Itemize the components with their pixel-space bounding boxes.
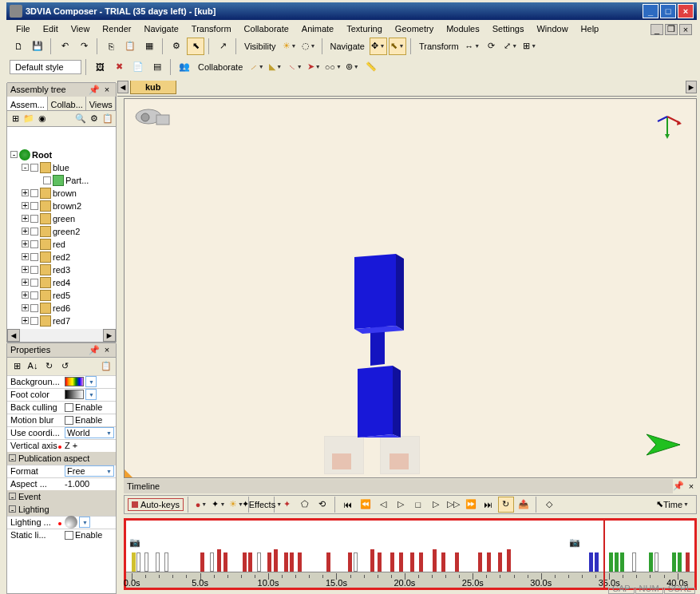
menu-modules[interactable]: Modules xyxy=(440,21,486,35)
wand-button[interactable]: ⟋▼ xyxy=(247,58,265,76)
keyframe-marker[interactable] xyxy=(410,552,414,572)
prev-key-button[interactable]: ⏪ xyxy=(358,497,374,513)
next-key-button[interactable]: ⏩ xyxy=(463,497,479,513)
loop-button[interactable]: ↻ xyxy=(498,497,514,513)
tree-item-red3[interactable]: +red3 xyxy=(7,263,116,276)
checkbox[interactable] xyxy=(65,403,73,412)
expand-icon[interactable]: - xyxy=(22,164,29,172)
key-record-button[interactable]: ●▼ xyxy=(193,497,209,513)
prop-row[interactable]: Motion blur Enable xyxy=(7,414,116,426)
combo[interactable]: World▼ xyxy=(65,428,114,439)
style-combo[interactable]: Default style xyxy=(15,62,64,72)
checkbox[interactable] xyxy=(30,279,38,287)
measure-button[interactable]: 📏 xyxy=(362,58,380,76)
keyframe-marker[interactable] xyxy=(609,552,613,572)
3d-viewport[interactable] xyxy=(124,98,697,478)
dropdown-icon[interactable]: ▼ xyxy=(85,377,97,388)
checkbox[interactable] xyxy=(30,240,38,248)
effects-button[interactable]: ✦ Effects ▼ xyxy=(254,497,270,513)
panel-pin-button[interactable]: 📌 xyxy=(89,85,100,96)
keyframe-marker[interactable] xyxy=(390,552,394,572)
playhead[interactable] xyxy=(603,521,605,588)
checkbox[interactable] xyxy=(30,189,38,197)
keyframe-marker[interactable] xyxy=(156,552,160,572)
tree-tool-1[interactable]: ⊞ xyxy=(9,113,22,125)
redo-button[interactable]: ↷ xyxy=(75,38,93,55)
checkbox[interactable] xyxy=(30,253,38,261)
prop-row[interactable]: FormatFree▼ xyxy=(7,465,116,477)
props-close-button[interactable]: × xyxy=(101,345,113,356)
timeline-close-button[interactable]: × xyxy=(686,481,697,492)
props-tool-5[interactable]: 📋 xyxy=(99,359,113,374)
assembly-tree[interactable]: +red7+red6+red5+red4+red3+red2+red+green… xyxy=(7,128,116,327)
collab-button[interactable]: 👥 xyxy=(176,58,193,76)
chain-button[interactable]: ○○▼ xyxy=(324,58,342,76)
render-button[interactable]: 🖼 xyxy=(91,58,109,76)
transform-align-button[interactable]: ⊞▼ xyxy=(521,38,539,55)
keyframe-marker[interactable] xyxy=(248,552,252,572)
close-button[interactable]: × xyxy=(678,4,694,18)
checkbox[interactable] xyxy=(65,416,73,425)
keyframe-marker[interactable] xyxy=(267,552,271,572)
cam-tool-2[interactable]: ⬠ xyxy=(297,497,313,513)
axis-gizmo-icon[interactable] xyxy=(653,112,682,141)
prop-row[interactable]: Foot color▼ xyxy=(7,388,116,401)
expand-icon[interactable]: + xyxy=(22,305,29,312)
expand-icon[interactable]: + xyxy=(22,279,29,287)
goto-start-button[interactable]: ⏮ xyxy=(340,497,356,513)
keyframe-marker[interactable] xyxy=(498,552,502,572)
tree-item-Part[interactable]: Part... xyxy=(7,174,116,187)
keyframe-marker[interactable] xyxy=(441,552,445,572)
menu-texturing[interactable]: Texturing xyxy=(340,21,389,35)
checkbox[interactable] xyxy=(30,304,38,312)
keyframe-marker[interactable] xyxy=(649,552,653,572)
menu-transform[interactable]: Transform xyxy=(185,21,238,35)
assembly-tab-0[interactable]: Assem... xyxy=(7,97,48,110)
maximize-button[interactable]: □ xyxy=(660,4,676,18)
key-tool-button[interactable]: ✦▼ xyxy=(211,497,227,513)
expand-icon[interactable]: + xyxy=(22,241,29,248)
assembly-tab-1[interactable]: Collab... xyxy=(48,97,86,110)
keyframe-marker[interactable] xyxy=(354,552,358,572)
keyframe-marker[interactable] xyxy=(164,552,168,572)
mdi-restore-button[interactable]: ❐ xyxy=(665,24,678,35)
tree-tool-5[interactable]: ⚙ xyxy=(88,113,101,125)
menu-help[interactable]: Help xyxy=(575,21,606,35)
delete-button[interactable]: ✖ xyxy=(110,58,128,76)
keyframe-marker[interactable] xyxy=(298,552,302,572)
props-tool-2[interactable]: A↓ xyxy=(26,359,40,374)
visibility-ghost-button[interactable]: ◌▼ xyxy=(300,38,318,55)
tool-button[interactable]: ▦ xyxy=(140,38,158,55)
line-button[interactable]: ⟍▼ xyxy=(286,58,303,76)
props-tool-4[interactable]: ↺ xyxy=(57,359,72,374)
mdi-minimize-button[interactable]: _ xyxy=(651,24,663,35)
keyframe-marker[interactable] xyxy=(478,552,482,572)
checkbox[interactable] xyxy=(30,215,38,223)
combo[interactable]: Free▼ xyxy=(65,466,114,477)
prop-row[interactable]: Back culling Enable xyxy=(7,401,116,414)
tree-item-red6[interactable]: +red6 xyxy=(7,302,116,315)
menu-geometry[interactable]: Geometry xyxy=(389,21,440,35)
dropdown-icon[interactable]: ▼ xyxy=(85,390,97,401)
keyframe-marker[interactable] xyxy=(132,552,136,572)
transform-scale-button[interactable]: ⤢▼ xyxy=(502,38,520,55)
expand-icon[interactable]: + xyxy=(22,190,29,197)
tree-item-red4[interactable]: +red4 xyxy=(7,276,116,289)
prop-row[interactable]: Backgroun...▼ xyxy=(7,375,116,388)
arrow2-button[interactable]: ➤▼ xyxy=(305,58,322,76)
keyframe-marker[interactable] xyxy=(136,552,140,572)
keyframe-marker[interactable] xyxy=(348,552,352,572)
prop-row[interactable]: Aspect ...-1.000 xyxy=(7,477,116,490)
expand-icon[interactable]: + xyxy=(22,203,29,210)
goto-end-button[interactable]: ⏭ xyxy=(481,497,496,513)
keyframe-marker[interactable] xyxy=(257,552,261,572)
timeline-ruler[interactable]: 📷📷 0.0s5.0s10.0s15.0s20.0s25.0s30.0s35.0… xyxy=(124,518,697,590)
keyframe-marker[interactable] xyxy=(632,552,636,572)
paint-button[interactable]: ◣▼ xyxy=(267,58,284,76)
visibility-sun-button[interactable]: ☀▼ xyxy=(281,38,299,55)
checkbox[interactable] xyxy=(65,531,73,540)
tree-tool-6[interactable]: 📋 xyxy=(101,113,114,125)
keyframe-marker[interactable] xyxy=(290,552,294,572)
assembly-tab-2[interactable]: Views xyxy=(86,97,116,110)
menu-collaborate[interactable]: Collaborate xyxy=(238,21,295,35)
